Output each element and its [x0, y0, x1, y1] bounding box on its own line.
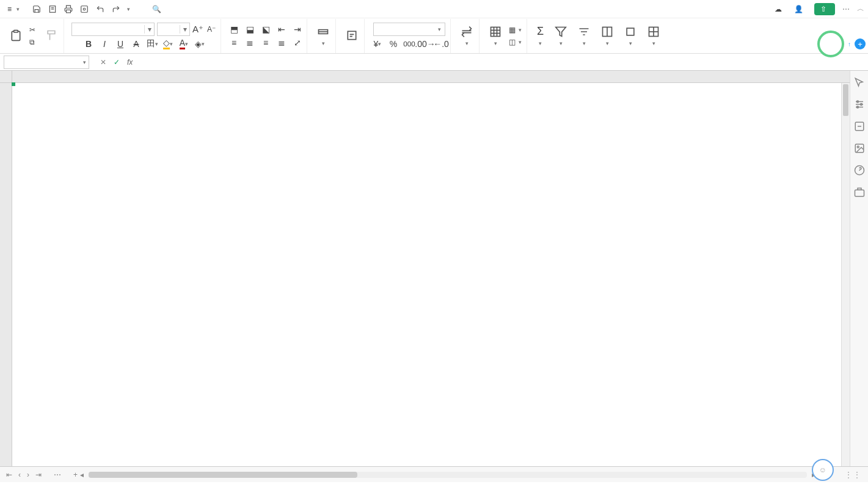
- align-top-icon[interactable]: ⬒: [228, 24, 239, 35]
- cursor-icon[interactable]: [854, 77, 865, 88]
- perf-circle[interactable]: [817, 31, 844, 57]
- collab-button[interactable]: 👤: [793, 4, 807, 14]
- vertical-scrollbar[interactable]: [841, 83, 850, 466]
- fill-button[interactable]: ▾: [599, 24, 616, 48]
- wrap-text-button[interactable]: [343, 28, 360, 44]
- svg-rect-31: [855, 190, 864, 197]
- decrease-font-icon[interactable]: A⁻: [206, 24, 217, 35]
- merge-center-button[interactable]: ▾: [315, 24, 332, 48]
- style-icon[interactable]: [854, 121, 865, 132]
- undo-icon[interactable]: [95, 4, 105, 14]
- clipboard-group: ✂ ⧉: [4, 19, 64, 53]
- cut-button[interactable]: ✂: [28, 25, 39, 35]
- fill-color-button[interactable]: ◇▾: [162, 38, 173, 49]
- print-icon[interactable]: [64, 4, 73, 14]
- cell-style-button[interactable]: ◫▾: [508, 37, 523, 47]
- number-format-select[interactable]: ▾: [373, 23, 445, 36]
- border-button[interactable]: 田▾: [147, 38, 158, 49]
- command-search[interactable]: 🔍: [152, 5, 164, 13]
- toolbox-icon[interactable]: [854, 187, 865, 198]
- sum-button[interactable]: Σ▾: [534, 24, 546, 48]
- fill-handle[interactable]: [12, 82, 15, 86]
- sort-button[interactable]: ▾: [575, 24, 593, 48]
- increase-decimal-icon[interactable]: .00→: [420, 38, 431, 49]
- cloud-status[interactable]: ☁: [773, 4, 786, 14]
- increase-font-icon[interactable]: A⁺: [192, 24, 203, 35]
- redo-icon[interactable]: [111, 4, 121, 14]
- type-convert-button[interactable]: ▾: [458, 24, 475, 48]
- table-style-button[interactable]: ▦▾: [508, 25, 523, 35]
- formula-bar: ▾ ✕ ✓ fx: [0, 54, 868, 71]
- italic-button[interactable]: I: [99, 38, 110, 49]
- decrease-indent-icon[interactable]: ⇤: [276, 24, 287, 35]
- comma-icon[interactable]: 000: [404, 38, 415, 49]
- svg-rect-4: [81, 5, 88, 12]
- horizontal-scrollbar[interactable]: ◂ ▸: [89, 472, 807, 478]
- cancel-formula-icon[interactable]: ✕: [100, 58, 106, 67]
- increase-indent-icon[interactable]: ⇥: [292, 24, 303, 35]
- filter-button[interactable]: ▾: [552, 24, 569, 48]
- align-bottom-icon[interactable]: ⬕: [260, 24, 271, 35]
- font-size-select[interactable]: ▾: [157, 23, 190, 36]
- help-icon[interactable]: [854, 165, 865, 176]
- format-painter-button[interactable]: [43, 28, 60, 44]
- chevron-down-icon[interactable]: ▾: [127, 6, 130, 12]
- conditional-format-button[interactable]: ▾: [487, 24, 504, 48]
- status-more-icon[interactable]: ⋮⋮: [845, 471, 862, 479]
- currency-icon[interactable]: ¥▾: [372, 38, 383, 49]
- sheet-first-icon[interactable]: ⇤: [6, 471, 12, 479]
- font-color-button[interactable]: A▾: [178, 38, 189, 49]
- align-left-icon[interactable]: ≡: [228, 37, 239, 48]
- sheet-last-icon[interactable]: ⇥: [35, 471, 42, 479]
- svg-point-5: [83, 8, 86, 10]
- scrollbar-thumb[interactable]: [843, 84, 848, 116]
- orientation-icon[interactable]: ⤢: [292, 37, 303, 48]
- percent-icon[interactable]: %: [388, 38, 399, 49]
- cell-button[interactable]: ▾: [622, 24, 639, 48]
- preview-icon[interactable]: [79, 4, 89, 14]
- chevron-up-icon[interactable]: ︿: [857, 4, 864, 14]
- print-direct-icon[interactable]: [48, 4, 57, 14]
- gallery-icon[interactable]: [854, 143, 865, 154]
- svg-rect-9: [348, 31, 356, 39]
- assistant-button[interactable]: ☺: [812, 459, 834, 481]
- file-menu[interactable]: ≡ ▾: [4, 4, 23, 15]
- cells-area[interactable]: [12, 83, 841, 466]
- scroll-left-icon[interactable]: ◂: [80, 471, 84, 479]
- strikethrough-button[interactable]: A: [131, 38, 142, 49]
- sheet-prev-icon[interactable]: ‹: [18, 471, 21, 479]
- search-icon: 🔍: [152, 5, 161, 13]
- accept-formula-icon[interactable]: ✓: [114, 58, 120, 67]
- font-name-select[interactable]: ▾: [71, 23, 155, 36]
- svg-rect-17: [627, 28, 634, 35]
- wrap-group: [340, 19, 365, 53]
- sheet-more-icon[interactable]: ⋯: [48, 471, 67, 479]
- save-icon[interactable]: [32, 4, 42, 14]
- align-middle-icon[interactable]: ⬓: [244, 24, 255, 35]
- justify-icon[interactable]: ≣: [276, 37, 287, 48]
- settings-icon[interactable]: [854, 99, 865, 110]
- copy-button[interactable]: ⧉: [28, 37, 39, 47]
- cloud-icon: ☁: [775, 5, 782, 13]
- share-button[interactable]: ⇧: [814, 3, 835, 15]
- menu-right: ☁ 👤 ⇧ ⋯ ︿: [773, 3, 864, 15]
- alignment-group: ⬒ ⬓ ⬕ ⇤ ⇥ ≡ ≣ ≡ ≣ ⤢: [225, 19, 307, 53]
- name-box[interactable]: ▾: [4, 56, 89, 69]
- row-col-button[interactable]: ▾: [645, 24, 662, 48]
- align-center-icon[interactable]: ≣: [244, 37, 255, 48]
- sheet-next-icon[interactable]: ›: [27, 471, 29, 479]
- select-all-corner[interactable]: [0, 71, 12, 83]
- scrollbar-thumb[interactable]: [89, 472, 357, 478]
- more-icon[interactable]: ⋯: [842, 5, 850, 13]
- side-panel: [850, 71, 868, 466]
- fx-icon[interactable]: fx: [127, 58, 133, 67]
- bold-button[interactable]: B: [83, 38, 94, 49]
- align-right-icon[interactable]: ≡: [260, 37, 271, 48]
- underline-button[interactable]: U: [115, 38, 126, 49]
- formula-input[interactable]: [136, 56, 868, 69]
- add-widget-button[interactable]: +: [855, 38, 866, 49]
- paste-button[interactable]: [7, 28, 24, 44]
- decrease-decimal-icon[interactable]: ←.0: [436, 38, 447, 49]
- clear-format-button[interactable]: ◈▾: [194, 38, 205, 49]
- quick-access-toolbar: ▾: [32, 4, 130, 14]
